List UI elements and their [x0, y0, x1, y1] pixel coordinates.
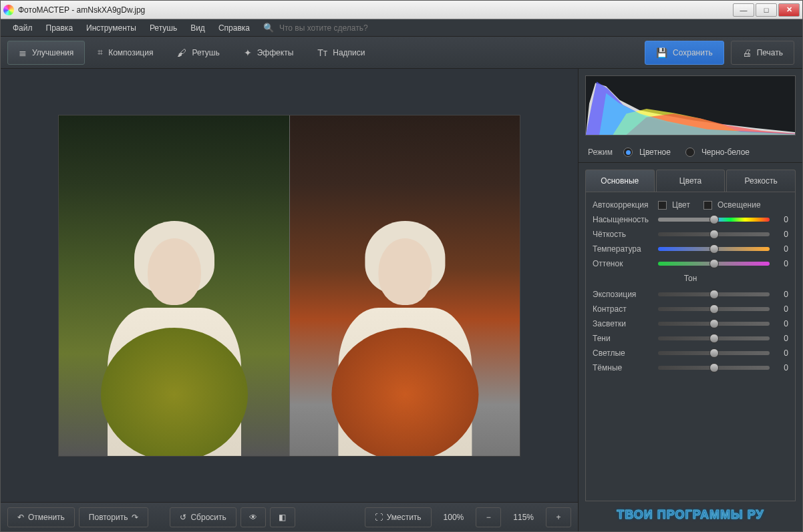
sidebar: Режим Цветное Черно-белое Основные Цвета…	[579, 69, 802, 531]
tab-effects[interactable]: ✦Эффекты	[232, 41, 305, 65]
slider-tint: Оттенок 0	[593, 259, 788, 268]
slider-track[interactable]	[658, 307, 770, 311]
slider-track[interactable]	[658, 232, 770, 236]
slider-clarity: Чёткость 0	[593, 230, 788, 239]
slider-track[interactable]	[658, 262, 770, 266]
print-button[interactable]: 🖨Печать	[731, 41, 794, 65]
menu-retouch[interactable]: Ретушь	[144, 21, 182, 35]
redo-button[interactable]: Повторить↷	[79, 507, 149, 527]
reset-button[interactable]: ↺Сбросить	[170, 507, 236, 527]
mode-label: Режим	[588, 148, 613, 157]
tab-text[interactable]: TтНадписи	[306, 41, 376, 65]
compare-button[interactable]: ◧	[270, 507, 295, 527]
slider-value: 0	[775, 348, 788, 358]
slider-thumb[interactable]	[709, 215, 719, 224]
radio-bw[interactable]	[685, 148, 695, 157]
slider-track[interactable]	[658, 322, 770, 326]
maximize-button[interactable]: □	[756, 3, 777, 17]
slider-highlights: Засветки 0	[593, 319, 788, 328]
minimize-button[interactable]: —	[733, 3, 754, 17]
window-controls: — □ ✕	[732, 3, 800, 17]
zoom-in-button[interactable]: +	[546, 507, 571, 527]
slider-track[interactable]	[658, 218, 770, 222]
slider-thumb[interactable]	[709, 319, 719, 328]
slider-value: 0	[775, 304, 788, 314]
save-label: Сохранить	[673, 48, 713, 57]
tab-composition[interactable]: ⌗Композиция	[86, 41, 164, 65]
eye-icon: 👁	[249, 513, 257, 522]
slider-label: Оттенок	[593, 259, 653, 268]
slider-track[interactable]	[658, 336, 770, 340]
tab-enhance[interactable]: ≣Улучшения	[7, 41, 85, 65]
close-button[interactable]: ✕	[778, 3, 800, 17]
menu-help[interactable]: Справка	[213, 21, 255, 35]
tab-sharp[interactable]: Резкость	[726, 170, 796, 192]
slider-thumb[interactable]	[709, 259, 719, 268]
menu-edit[interactable]: Правка	[41, 21, 79, 35]
menu-view[interactable]: Вид	[185, 21, 210, 35]
slider-whites: Светлые 0	[593, 348, 788, 358]
slider-label: Насыщенность	[593, 215, 653, 224]
mode-row: Режим Цветное Черно-белое	[579, 142, 802, 163]
radio-bw-label[interactable]: Черно-белое	[701, 148, 750, 157]
reset-icon: ↺	[180, 513, 186, 522]
slider-value: 0	[775, 259, 788, 268]
radio-color[interactable]	[623, 148, 633, 157]
slider-label: Экспозиция	[593, 290, 653, 299]
slider-thumb[interactable]	[709, 348, 719, 358]
slider-thumb[interactable]	[709, 334, 719, 343]
fit-icon: ⛶	[375, 513, 383, 522]
menubar: Файл Правка Инструменты Ретушь Вид Справ…	[1, 19, 802, 37]
slider-thumb[interactable]	[709, 363, 719, 372]
zoom-100[interactable]: 100%	[436, 513, 472, 522]
search-input[interactable]	[279, 23, 413, 33]
radio-color-label[interactable]: Цветное	[639, 148, 671, 157]
slider-shadows: Тени 0	[593, 334, 788, 343]
undo-button[interactable]: ↶Отменить	[7, 507, 75, 527]
fit-button[interactable]: ⛶Уместить	[365, 507, 432, 527]
search-icon: 🔍	[263, 23, 274, 33]
slider-value: 0	[775, 290, 788, 299]
slider-thumb[interactable]	[709, 290, 719, 299]
histogram	[585, 75, 796, 136]
autocorrect-row: Автокоррекция Цвет Освещение	[593, 200, 788, 210]
sidebar-tabs: Основные Цвета Резкость	[579, 163, 802, 192]
canvas[interactable]	[1, 69, 578, 502]
app-logo-icon	[3, 5, 14, 15]
compare-icon: ◧	[279, 513, 286, 522]
menu-tools[interactable]: Инструменты	[81, 21, 142, 35]
preview-button[interactable]: 👁	[240, 507, 266, 527]
tab-main[interactable]: Основные	[585, 170, 655, 192]
slider-value: 0	[775, 363, 788, 372]
slider-track[interactable]	[658, 351, 770, 355]
tab-retouch[interactable]: 🖌Ретушь	[166, 41, 230, 65]
subject-placeholder	[82, 200, 267, 456]
save-button[interactable]: 💾Сохранить	[645, 41, 724, 65]
content-area: ↶Отменить Повторить↷ ↺Сбросить 👁 ◧ ⛶Умес…	[1, 69, 802, 531]
before-after-container	[58, 115, 520, 457]
check-color-label[interactable]: Цвет	[672, 200, 690, 210]
check-light-label[interactable]: Освещение	[717, 200, 761, 210]
redo-label: Повторить	[89, 513, 128, 522]
slider-exposure: Экспозиция 0	[593, 290, 788, 299]
check-color[interactable]	[658, 201, 667, 210]
slider-thumb[interactable]	[709, 230, 719, 239]
slider-track[interactable]	[658, 247, 770, 251]
tab-label: Улучшения	[32, 48, 73, 57]
minus-icon: −	[486, 513, 491, 522]
slider-value: 0	[775, 230, 788, 239]
titlebar: ФотоМАСТЕР - amNskXA9gDw.jpg — □ ✕	[1, 1, 802, 19]
tab-colors[interactable]: Цвета	[656, 170, 726, 192]
check-light[interactable]	[703, 201, 712, 210]
slider-track[interactable]	[658, 366, 770, 370]
slider-thumb[interactable]	[709, 244, 719, 254]
slider-thumb[interactable]	[709, 304, 719, 314]
slider-track[interactable]	[658, 292, 770, 296]
zoom-out-button[interactable]: −	[476, 507, 501, 527]
tab-label: Надписи	[333, 48, 365, 57]
main-area: ↶Отменить Повторить↷ ↺Сбросить 👁 ◧ ⛶Умес…	[1, 69, 579, 531]
undo-icon: ↶	[17, 513, 24, 522]
slider-label: Температура	[593, 244, 653, 254]
settings-panel: Автокоррекция Цвет Освещение Насыщенност…	[585, 192, 796, 501]
menu-file[interactable]: Файл	[7, 21, 38, 35]
